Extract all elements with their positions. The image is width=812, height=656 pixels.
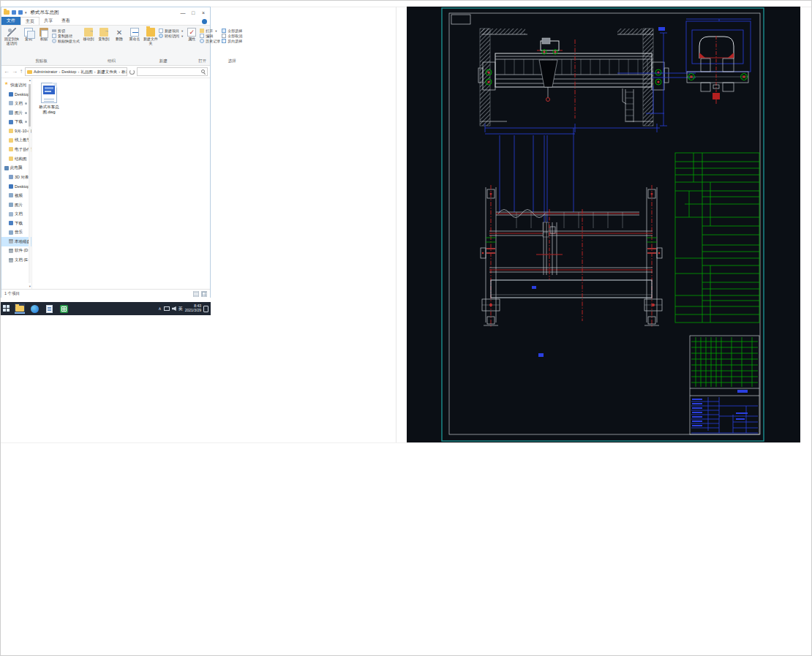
quick-access-toolbar-caret-icon[interactable]: ▾: [25, 11, 27, 15]
history-button[interactable]: 历史记录: [200, 39, 220, 43]
quick-access-toolbar-icon[interactable]: [18, 10, 23, 15]
ribbon-group-clipboard: 固定到快速访问 复制 粘贴 剪切 复制路径 粘贴快捷方式: [2, 26, 80, 65]
open-button[interactable]: 打开: [200, 29, 220, 33]
group-label-clipboard: 剪贴板: [3, 58, 80, 65]
sidebar-item[interactable]: 3D 对象: [1, 173, 31, 182]
taskbar-document-app-icon[interactable]: [44, 304, 54, 314]
taskbar-spreadsheet-app-icon[interactable]: [59, 304, 69, 314]
refresh-icon[interactable]: [129, 69, 135, 75]
taskbar-browser-icon[interactable]: [29, 304, 40, 314]
titlebar[interactable]: ▾ 桥式吊车总图 — □ ×: [1, 7, 210, 18]
select-all-button[interactable]: 全部选择: [222, 29, 242, 33]
copy-button[interactable]: 复制: [21, 26, 36, 42]
sidebar-item[interactable]: 图片: [1, 200, 31, 210]
pin-marker-icon: [25, 121, 27, 123]
start-button[interactable]: [3, 305, 10, 312]
sidebar-item[interactable]: 结构图: [1, 154, 31, 164]
rename-icon: [130, 28, 139, 37]
file-name: 桥式吊车总图.dwg: [39, 105, 59, 115]
sidebar-item[interactable]: 文档: [1, 209, 31, 219]
quick-access-toolbar-icon[interactable]: [12, 10, 16, 15]
tab-home[interactable]: 主页: [20, 17, 40, 25]
notification-center-icon[interactable]: [203, 306, 208, 312]
scrollbar-thumb[interactable]: [29, 84, 31, 127]
up-button[interactable]: ↑: [20, 69, 23, 75]
input-language-indicator[interactable]: 英: [178, 306, 183, 312]
group-label-select: 选择: [222, 58, 242, 65]
sidebar-item[interactable]: Desktop: [1, 182, 31, 192]
new-folder-button[interactable]: 新建文件夹: [143, 26, 158, 46]
sidebar-item[interactable]: 软件 (D:): [1, 246, 31, 256]
sidebar-item-icon: [9, 110, 13, 115]
sidebar-item-icon: [9, 203, 13, 207]
scroll-up-icon[interactable]: ▴: [29, 79, 31, 83]
sidebar-item[interactable]: 9月-10-(扩大: [1, 127, 31, 136]
edit-button[interactable]: 编辑: [200, 34, 220, 38]
sidebar-item[interactable]: 下载: [1, 219, 31, 228]
copy-path-icon: [52, 34, 56, 38]
breadcrumb-item[interactable]: Desktop: [57, 69, 76, 74]
taskbar-file-explorer-icon[interactable]: [15, 304, 25, 314]
move-to-button[interactable]: 移动到: [81, 26, 96, 42]
forward-button[interactable]: →: [12, 69, 18, 75]
file-item-dwg[interactable]: 桥式吊车总图.dwg: [35, 83, 63, 115]
rename-button[interactable]: 重命名: [127, 26, 142, 42]
paste-button[interactable]: 粘贴: [37, 26, 51, 42]
tab-view[interactable]: 查看: [57, 17, 75, 25]
back-button[interactable]: ←: [4, 69, 10, 75]
sidebar-item[interactable]: 快速访问: [1, 80, 31, 90]
sidebar-this-pc-list: 此电脑 3D 对象 Desktop: [1, 163, 31, 265]
sidebar-item[interactable]: 电子协作资料: [1, 145, 31, 154]
sidebar-item[interactable]: 下载: [1, 117, 31, 127]
sidebar-item[interactable]: 文档: [1, 99, 31, 108]
details-view-icon[interactable]: [193, 291, 199, 297]
display-tray-icon[interactable]: [164, 306, 170, 311]
edit-icon: [200, 34, 204, 38]
breadcrumb-item[interactable]: 桥式吊车总图: [117, 69, 127, 75]
sidebar-item[interactable]: 视频: [1, 191, 31, 200]
clock[interactable]: 8:43 2021/3/29: [185, 304, 201, 313]
new-item-button[interactable]: 新建项目: [159, 29, 183, 33]
paste-shortcut-button[interactable]: 粘贴快捷方式: [52, 39, 80, 43]
file-list-area[interactable]: 桥式吊车总图.dwg: [32, 78, 210, 289]
breadcrumb-item[interactable]: Administrator: [34, 69, 57, 74]
volume-icon[interactable]: [172, 306, 176, 311]
sidebar-item[interactable]: 音乐: [1, 228, 31, 238]
copy-to-button[interactable]: 复制到: [97, 26, 111, 42]
screenshot-bottom-edge: [1, 442, 800, 443]
hidden-icons-chevron-icon[interactable]: ∧: [158, 306, 161, 311]
invert-selection-button[interactable]: 反向选择: [222, 39, 242, 43]
select-none-button[interactable]: 全部取消: [222, 34, 242, 38]
tab-share[interactable]: 共享: [40, 17, 57, 25]
thumbnail-view-icon[interactable]: [201, 291, 207, 297]
breadcrumb-bar[interactable]: AdministratorDesktop礼品图新建文件夹桥式吊车总图 ▾: [25, 67, 127, 76]
cut-button[interactable]: 剪切: [52, 29, 80, 33]
sidebar-scrollbar[interactable]: [29, 84, 31, 283]
window-title: 桥式吊车总图: [31, 10, 59, 16]
pin-to-quick-access-button[interactable]: 固定到快速访问: [3, 26, 20, 46]
easy-access-button[interactable]: 轻松访问: [159, 34, 183, 38]
maximize-button[interactable]: □: [188, 7, 198, 18]
breadcrumb-item[interactable]: 礼品图: [76, 69, 92, 75]
page: ▾ 桥式吊车总图 — □ × 文件 主页 共享 查看 固定到快速访问: [0, 0, 812, 656]
tab-file[interactable]: 文件: [1, 17, 20, 25]
help-icon[interactable]: [202, 19, 207, 24]
delete-button[interactable]: ✕ 删除: [112, 26, 127, 42]
sidebar-item[interactable]: 线上教学: [1, 136, 31, 146]
file-explorer-window: ▾ 桥式吊车总图 — □ × 文件 主页 共享 查看 固定到快速访问: [1, 7, 211, 298]
system-tray: ∧ 英 8:43 2021/3/29: [158, 304, 208, 313]
sidebar-item[interactable]: 本地磁盘 (C:): [1, 237, 31, 246]
sidebar-item[interactable]: 此电脑: [1, 163, 31, 173]
copy-path-button[interactable]: 复制路径: [52, 34, 80, 38]
breadcrumb-item[interactable]: 新建文件夹: [93, 69, 117, 75]
minimize-button[interactable]: —: [178, 7, 188, 18]
properties-button[interactable]: ✓ 属性: [184, 26, 199, 42]
scroll-down-icon[interactable]: ▾: [29, 285, 31, 289]
sidebar-item[interactable]: 文档 (E:): [1, 255, 31, 265]
sidebar-item[interactable]: 图片: [1, 108, 31, 118]
sidebar-item-icon: [9, 230, 13, 235]
sidebar-item[interactable]: Desktop: [1, 90, 31, 99]
group-label-open: 打开: [184, 58, 220, 65]
close-button[interactable]: ×: [198, 7, 208, 18]
search-input[interactable]: [137, 67, 208, 76]
